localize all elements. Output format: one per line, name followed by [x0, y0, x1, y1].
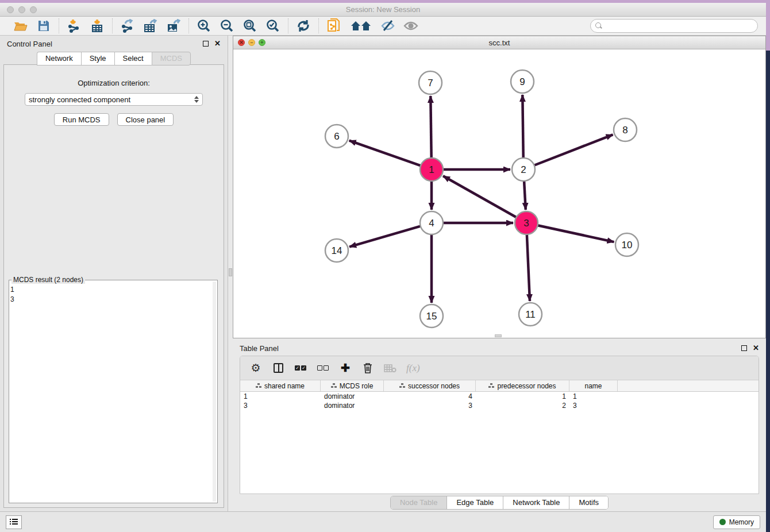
cell-shared-name[interactable]: 3 — [240, 401, 321, 410]
float-table-panel-icon[interactable] — [741, 345, 747, 351]
tab-motifs[interactable]: Motifs — [569, 496, 608, 509]
export-table-icon[interactable] — [143, 18, 158, 33]
network-window-titlebar[interactable]: ✕ − + scc.txt — [233, 36, 765, 49]
mcds-result-title: MCDS result (2 nodes) — [11, 276, 85, 284]
column-label: successor nodes — [408, 382, 460, 390]
column-label: name — [584, 382, 602, 390]
table-browser: ⚙ ✓✓ ✚ f(x) shared nam — [240, 356, 759, 494]
canvas-scroll-nub[interactable] — [495, 334, 502, 337]
open-session-icon[interactable] — [13, 18, 28, 33]
node-label-4: 4 — [429, 218, 434, 229]
tab-network[interactable]: Network — [37, 52, 81, 65]
tab-edge-table[interactable]: Edge Table — [447, 496, 503, 509]
panel-splitter[interactable] — [228, 36, 233, 511]
table-panel: Table Panel ✕ ⚙ ✓✓ ✚ — [233, 341, 766, 511]
cell-shared-name[interactable]: 1 — [240, 392, 321, 401]
desktop-edge-right-top — [766, 0, 770, 51]
node-label-9: 9 — [519, 76, 525, 87]
column-header-predecessor-nodes[interactable]: predecessor nodes — [476, 380, 569, 391]
list-icon — [10, 519, 18, 525]
select-all-rows-icon[interactable]: ✓✓ — [294, 361, 307, 375]
import-table-icon[interactable] — [90, 18, 105, 33]
node-label-11: 11 — [525, 309, 536, 320]
zoom-out-icon[interactable] — [220, 18, 234, 33]
memory-button[interactable]: Memory — [713, 515, 760, 529]
splitter-grip[interactable] — [229, 268, 232, 276]
cell-successor-nodes[interactable]: 3 — [384, 401, 476, 410]
add-column-icon[interactable]: ✚ — [339, 361, 352, 375]
save-session-icon[interactable] — [36, 18, 51, 33]
close-table-panel-icon[interactable]: ✕ — [753, 345, 759, 351]
table-header-row: shared nameMCDS rolesuccessor nodesprede… — [240, 380, 759, 392]
tab-select[interactable]: Select — [114, 52, 152, 65]
search-field[interactable] — [590, 19, 758, 33]
zoom-selected-icon[interactable] — [265, 18, 280, 33]
criterion-dropdown[interactable]: strongly connected component — [25, 93, 203, 106]
table-options-icon[interactable]: ⚙ — [249, 361, 262, 375]
edge-2-8[interactable] — [534, 134, 613, 165]
column-header-name[interactable]: name — [569, 380, 618, 391]
node-label-15: 15 — [426, 311, 437, 322]
column-label: predecessor nodes — [497, 382, 556, 390]
cell-name[interactable]: 1 — [569, 392, 618, 401]
table-panel-title: Table Panel — [240, 344, 279, 353]
edge-3-10[interactable] — [538, 225, 614, 242]
deselect-all-rows-icon[interactable] — [317, 361, 329, 375]
search-area — [590, 19, 758, 33]
table-row[interactable]: 3dominator323 — [240, 401, 759, 410]
export-image-icon[interactable] — [166, 18, 181, 33]
mcds-result-text[interactable]: 1 3 — [10, 285, 212, 502]
criterion-value: strongly connected component — [29, 95, 130, 104]
cell-MCDS-role[interactable]: dominator — [321, 401, 384, 410]
automation-panel-button[interactable] — [6, 515, 22, 529]
tab-style[interactable]: Style — [81, 52, 114, 65]
export-network-icon[interactable] — [120, 18, 135, 33]
tab-network-table[interactable]: Network Table — [503, 496, 569, 509]
column-header-shared-name[interactable]: shared name — [240, 380, 321, 391]
hide-selected-icon[interactable] — [380, 18, 395, 33]
cell-successor-nodes[interactable]: 4 — [384, 392, 476, 401]
edge-3-1[interactable] — [443, 176, 517, 217]
search-input[interactable] — [605, 22, 757, 30]
node-label-2: 2 — [521, 164, 526, 175]
result-scrollbar[interactable] — [213, 282, 216, 502]
close-panel-icon[interactable]: ✕ — [214, 41, 221, 47]
table-row[interactable]: 1dominator411 — [240, 392, 759, 401]
home-icon[interactable] — [349, 18, 372, 33]
edge-3-11[interactable] — [527, 234, 530, 301]
edge-1-6[interactable] — [349, 141, 421, 166]
desktop-edge-right — [766, 51, 770, 532]
edge-1-7[interactable] — [430, 96, 431, 158]
run-mcds-button[interactable]: Run MCDS — [54, 113, 109, 126]
zoom-fit-icon[interactable] — [242, 18, 257, 33]
tab-mcds[interactable]: MCDS — [152, 52, 191, 65]
network-canvas[interactable]: 7968124314101511 — [233, 49, 765, 338]
control-panel: Control Panel ✕ NetworkStyleSelectMCDS O… — [0, 36, 228, 511]
column-type-icon — [331, 383, 337, 388]
column-header-successor-nodes[interactable]: successor nodes — [384, 380, 476, 391]
float-panel-icon[interactable] — [203, 41, 209, 47]
network-window-title: scc.txt — [233, 38, 765, 47]
clone-network-icon[interactable] — [326, 18, 341, 33]
column-type-icon — [256, 383, 261, 388]
cell-predecessor-nodes[interactable]: 1 — [476, 392, 569, 401]
apply-layout-icon[interactable] — [296, 18, 311, 33]
import-network-icon[interactable] — [67, 18, 82, 33]
column-header-MCDS-role[interactable]: MCDS role — [321, 380, 384, 391]
edge-2-9[interactable] — [522, 95, 523, 158]
cell-MCDS-role[interactable]: dominator — [321, 392, 384, 401]
window-title: Session: New Session — [0, 5, 766, 14]
edge-4-14[interactable] — [349, 226, 421, 247]
edge-2-3[interactable] — [524, 181, 526, 210]
network-graph[interactable]: 7968124314101511 — [233, 49, 765, 338]
zoom-in-icon[interactable] — [197, 18, 211, 33]
show-columns-icon[interactable] — [272, 361, 284, 375]
show-all-icon[interactable] — [403, 18, 418, 33]
node-label-1: 1 — [429, 164, 434, 175]
node-label-8: 8 — [622, 125, 627, 136]
tab-node-table[interactable]: Node Table — [391, 496, 448, 509]
cell-name[interactable]: 3 — [569, 401, 618, 410]
close-panel-button[interactable]: Close panel — [117, 113, 174, 126]
cell-predecessor-nodes[interactable]: 2 — [476, 401, 569, 410]
delete-column-icon[interactable] — [361, 361, 374, 375]
